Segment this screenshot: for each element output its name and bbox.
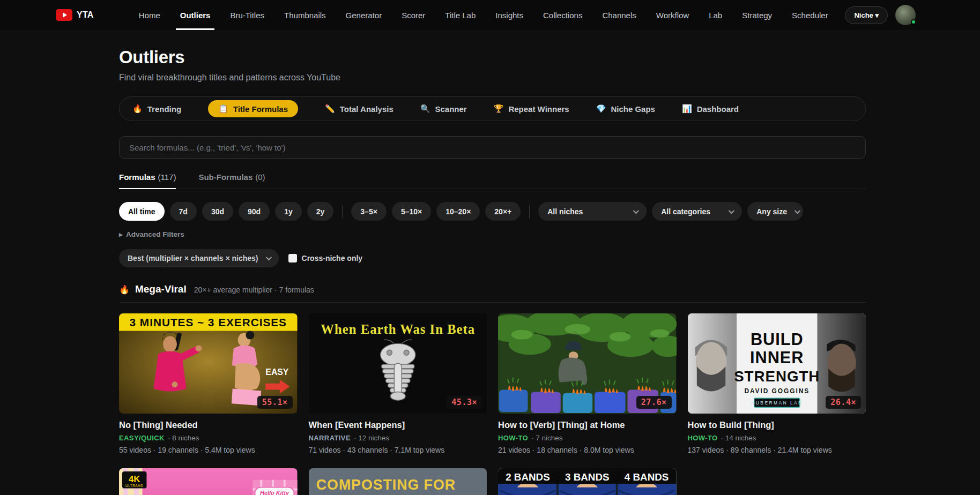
- chevron-down-icon: [795, 207, 800, 213]
- tab-total-analysis[interactable]: ✏️ Total Analysis: [325, 104, 394, 114]
- niches-count: · 12 niches: [354, 434, 389, 442]
- thumbnail: Hello Kitty 4K ULTRAHD: [119, 468, 298, 495]
- advanced-filters-toggle[interactable]: ▶ Advanced Filters: [119, 230, 866, 238]
- tab-dashboard[interactable]: 📊 Dashboard: [682, 104, 739, 114]
- tab-trending[interactable]: 🔥 Trending: [132, 104, 181, 114]
- filter-90d[interactable]: 90d: [239, 202, 270, 221]
- svg-text:Hello Kitty: Hello Kitty: [260, 490, 289, 495]
- sort-dropdown[interactable]: Best (multiplier × channels × niches): [119, 249, 279, 267]
- filter-10-20x[interactable]: 10–20×: [436, 202, 480, 221]
- formula-title: When [Event Happens]: [309, 420, 487, 430]
- svg-text:INNER: INNER: [750, 348, 804, 366]
- sort-row: Best (multiplier × channels × niches) Cr…: [119, 249, 866, 267]
- nav-item-home[interactable]: Home: [139, 0, 160, 30]
- svg-text:DAVID GOGGINS: DAVID GOGGINS: [744, 387, 810, 395]
- formula-card[interactable]: 3 MINUTES ~ 3 EXERCISES EASY: [119, 313, 298, 454]
- filter-3-5x[interactable]: 3–5×: [351, 202, 387, 221]
- filter-all-time[interactable]: All time: [119, 202, 165, 221]
- tab-scanner[interactable]: 🔍 Scanner: [420, 104, 467, 114]
- chevron-down-icon: [729, 207, 734, 213]
- cross-niche-checkbox[interactable]: [288, 254, 297, 262]
- tool-tabbar: 🔥 Trending 📋 Title Formulas ✏️ Total Ana…: [119, 96, 866, 121]
- thumbnail: When Earth Was In Beta: [309, 313, 487, 414]
- filter-2y[interactable]: 2y: [307, 202, 334, 221]
- formula-card[interactable]: BUILD INNER STRENGTH DAVID GOGGINS HUBER…: [688, 313, 866, 454]
- nav-item-bru-titles[interactable]: Bru-Titles: [230, 0, 264, 30]
- formula-stats: 55 videos · 19 channels · 5.4M top views: [119, 446, 298, 454]
- subtab-sub-formulas[interactable]: Sub-Formulas(0): [198, 172, 265, 189]
- category-label: HOW-TO: [688, 434, 718, 442]
- youtube-play-icon: [56, 9, 72, 21]
- filter-1y[interactable]: 1y: [275, 202, 302, 221]
- nav-item-title-lab[interactable]: Title Lab: [445, 0, 476, 30]
- nav-item-scorer[interactable]: Scorer: [402, 0, 425, 30]
- chevron-down-icon: [265, 254, 271, 260]
- formula-title: How to Build [Thing]: [688, 420, 866, 430]
- formula-card[interactable]: 27.6× How to [Verb] [Thing] at Home HOW-…: [498, 313, 677, 454]
- niche-selector-button[interactable]: Niche ▾: [845, 6, 888, 24]
- formula-title: No [Thing] Needed: [119, 420, 298, 430]
- formula-subtabs: Formulas(117) Sub-Formulas(0): [119, 172, 866, 189]
- category-label: NARRATIVE: [309, 434, 351, 442]
- thumbnail-image: COMPOSTING FOR BEGINNERS KEEP IT SIMPLE!: [309, 468, 487, 495]
- online-status-dot: [911, 19, 916, 25]
- svg-text:COMPOSTING FOR: COMPOSTING FOR: [316, 477, 455, 493]
- filter-30d[interactable]: 30d: [202, 202, 233, 221]
- triangle-right-icon: ▶: [119, 232, 123, 237]
- multiplier-badge: 27.6×: [636, 396, 672, 409]
- niches-dropdown[interactable]: All niches: [538, 202, 647, 221]
- bar-chart-icon: 📊: [682, 104, 692, 114]
- formula-stats: 137 videos · 89 channels · 21.4M top vie…: [688, 446, 866, 454]
- size-dropdown[interactable]: Any size: [747, 202, 803, 221]
- categories-dropdown[interactable]: All categories: [652, 202, 742, 221]
- page-title: Outliers: [119, 47, 866, 68]
- nav-item-collections[interactable]: Collections: [543, 0, 582, 30]
- svg-text:3 BANDS: 3 BANDS: [565, 471, 610, 483]
- nav-item-thumbnails[interactable]: Thumbnails: [284, 0, 326, 30]
- formula-title: How to [Verb] [Thing] at Home: [498, 420, 677, 430]
- nav-item-lab[interactable]: Lab: [709, 0, 722, 30]
- page-content: Outliers Find viral breakthrough titles …: [0, 30, 980, 495]
- nav-links: Home Outliers Bru-Titles Thumbnails Gene…: [139, 0, 828, 30]
- formula-card[interactable]: When Earth Was In Beta: [309, 313, 487, 454]
- nav-item-strategy[interactable]: Strategy: [742, 0, 772, 30]
- svg-text:HUBERMAN LAB: HUBERMAN LAB: [751, 400, 803, 406]
- nav-item-outliers[interactable]: Outliers: [180, 0, 211, 30]
- svg-text:4K: 4K: [129, 474, 140, 484]
- svg-text:ULTRAHD: ULTRAHD: [125, 484, 143, 488]
- divider: [342, 205, 343, 218]
- niches-count: · 7 niches: [531, 434, 563, 442]
- filter-20x-plus[interactable]: 20×+: [485, 202, 521, 221]
- pencil-icon: ✏️: [325, 104, 335, 114]
- empty-grid-slot: [688, 468, 866, 495]
- tab-niche-gaps[interactable]: 💎 Niche Gaps: [596, 104, 655, 114]
- nav-item-generator[interactable]: Generator: [346, 0, 382, 30]
- top-navbar: YTA Home Outliers Bru-Titles Thumbnails …: [0, 0, 980, 30]
- formula-card[interactable]: 2 BANDS 3 BANDS 4 BANDS: [498, 468, 677, 495]
- formula-card[interactable]: COMPOSTING FOR BEGINNERS KEEP IT SIMPLE!: [309, 468, 487, 495]
- subtab-formulas[interactable]: Formulas(117): [119, 172, 176, 189]
- app-logo[interactable]: YTA: [56, 9, 94, 21]
- app-logo-text: YTA: [77, 10, 94, 20]
- tab-repeat-winners[interactable]: 🏆 Repeat Winners: [494, 104, 569, 114]
- svg-text:2 BANDS: 2 BANDS: [506, 471, 550, 483]
- category-label: HOW-TO: [498, 434, 528, 442]
- filter-pills-row: All time 7d 30d 90d 1y 2y 3–5× 5–10× 10–…: [119, 202, 866, 221]
- nav-item-workflow[interactable]: Workflow: [656, 0, 689, 30]
- nav-item-scheduler[interactable]: Scheduler: [792, 0, 828, 30]
- nav-item-insights[interactable]: Insights: [495, 0, 523, 30]
- svg-text:When Earth Was In Beta: When Earth Was In Beta: [321, 322, 475, 336]
- formula-card[interactable]: Hello Kitty 4K ULTRAHD: [119, 468, 298, 495]
- thumbnail-image: 2 BANDS 3 BANDS 4 BANDS: [498, 468, 677, 495]
- clipboard-icon: 📋: [218, 104, 228, 114]
- tab-title-formulas[interactable]: 📋 Title Formulas: [208, 100, 298, 117]
- nav-item-channels[interactable]: Channels: [602, 0, 636, 30]
- svg-text:BUILD: BUILD: [750, 330, 803, 348]
- filter-5-10x[interactable]: 5–10×: [392, 202, 431, 221]
- thumbnail-image: Hello Kitty 4K ULTRAHD: [119, 468, 298, 495]
- user-avatar[interactable]: [895, 5, 916, 25]
- category-label: EASY/QUICK: [119, 434, 165, 442]
- filter-7d[interactable]: 7d: [170, 202, 197, 221]
- search-input[interactable]: [119, 136, 866, 159]
- thumbnail: 2 BANDS 3 BANDS 4 BANDS: [498, 468, 677, 495]
